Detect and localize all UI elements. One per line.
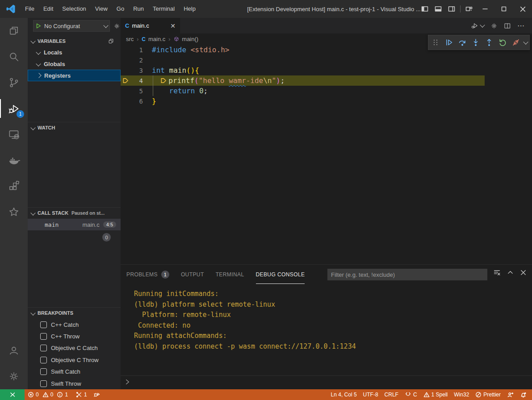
- tools-status[interactable]: 1: [73, 389, 90, 400]
- breakpoint-row[interactable]: Swift Catch: [28, 366, 121, 378]
- variables-item-locals[interactable]: Locals: [28, 46, 121, 58]
- eol-sequence[interactable]: CRLF: [381, 389, 402, 400]
- debug-configuration-dropdown[interactable]: No Configurat: [33, 20, 110, 32]
- current-frame-arrow-icon[interactable]: [121, 75, 130, 86]
- star-icon[interactable]: [0, 199, 28, 225]
- formatter-status[interactable]: Prettier: [472, 389, 504, 400]
- console-filter-input[interactable]: [327, 269, 487, 280]
- account-icon[interactable]: [0, 338, 28, 363]
- restart-button[interactable]: [497, 37, 508, 48]
- code-line-4[interactable]: 4 printf("hello wamr-ide\n");: [121, 75, 485, 86]
- feedback-status[interactable]: [504, 389, 517, 400]
- menu-run[interactable]: Run: [129, 0, 148, 18]
- breakpoint-checkbox[interactable]: [40, 357, 47, 363]
- panel-tab-terminal[interactable]: TERMINAL: [216, 265, 244, 284]
- breakpoint-checkbox[interactable]: [40, 345, 47, 351]
- watch-section-header[interactable]: WATCH: [28, 122, 121, 133]
- chevron-down-icon[interactable]: [523, 39, 528, 44]
- code-area[interactable]: 1#include <stdio.h>23int main(){4 printf…: [121, 45, 532, 264]
- breakpoint-row[interactable]: Objective C Catch: [28, 342, 121, 354]
- step-over-button[interactable]: [457, 37, 468, 48]
- code-line-3[interactable]: 3int main(){: [121, 65, 485, 75]
- encoding[interactable]: UTF-8: [360, 389, 381, 400]
- breakpoint-gutter[interactable]: [121, 45, 130, 55]
- notifications-bell[interactable]: [517, 389, 532, 400]
- close-button[interactable]: [513, 0, 532, 18]
- tab-main-c[interactable]: C main.c ✕: [121, 18, 180, 33]
- clear-console-icon[interactable]: [493, 269, 501, 276]
- remote-explorer-icon[interactable]: [0, 121, 28, 147]
- breakpoint-gutter[interactable]: [121, 55, 130, 65]
- extensions-icon[interactable]: [0, 173, 28, 199]
- toggle-secondary-sidebar-icon[interactable]: [445, 0, 458, 18]
- code-line-6[interactable]: 6}: [121, 96, 485, 106]
- panel-tab-output[interactable]: OUTPUT: [181, 265, 204, 284]
- call-stack-section-header[interactable]: CALL STACK Paused on st...: [28, 207, 121, 218]
- menu-file[interactable]: File: [21, 0, 39, 18]
- platform-status[interactable]: Win32: [451, 389, 472, 400]
- toggle-sidebar-icon[interactable]: [418, 0, 431, 18]
- step-out-button[interactable]: [484, 37, 494, 48]
- language-mode[interactable]: C: [402, 389, 420, 400]
- breakpoint-row[interactable]: C++ Catch: [28, 319, 121, 330]
- start-debug-icon[interactable]: [35, 23, 42, 29]
- call-stack-frame[interactable]: main main.c 4:5: [28, 219, 121, 230]
- spell-checker-status[interactable]: 1 Spell: [420, 389, 451, 400]
- breakpoint-row[interactable]: Objective C Throw: [28, 354, 121, 366]
- editor-settings-gear-icon[interactable]: [490, 22, 498, 29]
- code-line-5[interactable]: 5 return 0;: [121, 86, 485, 96]
- explorer-icon[interactable]: [0, 18, 28, 44]
- menu-edit[interactable]: Edit: [39, 0, 58, 18]
- toggle-panel-icon[interactable]: [431, 0, 445, 18]
- continue-button[interactable]: [444, 37, 454, 48]
- customize-layout-icon[interactable]: [462, 0, 476, 18]
- close-panel-icon[interactable]: [520, 269, 527, 276]
- breakpoint-checkbox[interactable]: [40, 380, 47, 387]
- toolbar-drag-grip[interactable]: [430, 37, 441, 48]
- code-line-2[interactable]: 2: [121, 55, 485, 65]
- panel-tab-problems[interactable]: PROBLEMS1: [126, 265, 169, 284]
- variables-item-globals[interactable]: Globals: [28, 58, 121, 70]
- split-editor-icon[interactable]: [504, 22, 511, 29]
- debug-console-output[interactable]: Running initCommands:(lldb) platform sel…: [121, 286, 532, 352]
- breakpoint-row[interactable]: C++ Throw: [28, 330, 121, 342]
- console-input-row[interactable]: [121, 375, 532, 388]
- copy-icon[interactable]: [108, 38, 114, 45]
- breadcrumb-file[interactable]: main.c: [148, 36, 165, 42]
- settings-gear-icon[interactable]: [0, 363, 28, 389]
- breakpoint-row[interactable]: Swift Throw: [28, 378, 121, 389]
- panel-tab-debug-console[interactable]: DEBUG CONSOLE: [256, 265, 305, 284]
- launch-gear-icon[interactable]: [113, 23, 120, 29]
- menu-selection[interactable]: Selection: [58, 0, 90, 18]
- breakpoint-checkbox[interactable]: [40, 333, 47, 340]
- debug-status[interactable]: [90, 389, 104, 400]
- run-or-debug-button[interactable]: [471, 22, 484, 29]
- cursor-position[interactable]: Ln 4, Col 5: [328, 389, 360, 400]
- docker-icon[interactable]: [0, 147, 28, 173]
- remote-indicator[interactable]: [0, 389, 25, 400]
- step-into-button[interactable]: [470, 37, 481, 48]
- variables-section-header[interactable]: VARIABLES: [28, 36, 121, 46]
- breakpoint-gutter[interactable]: [121, 86, 130, 96]
- menu-terminal[interactable]: Terminal: [148, 0, 179, 18]
- inline-breakpoint-icon[interactable]: [160, 77, 167, 84]
- disconnect-button[interactable]: [511, 37, 521, 48]
- breakpoint-checkbox[interactable]: [40, 321, 47, 328]
- breakpoint-gutter[interactable]: [121, 96, 130, 106]
- menu-view[interactable]: View: [91, 0, 112, 18]
- problems-status[interactable]: 0 0 1: [25, 389, 73, 400]
- breakpoint-gutter[interactable]: [121, 65, 130, 75]
- search-icon[interactable]: [0, 44, 28, 70]
- menu-go[interactable]: Go: [112, 0, 129, 18]
- menu-help[interactable]: Help: [179, 0, 200, 18]
- breadcrumb-symbol[interactable]: main(): [182, 36, 198, 42]
- more-actions-icon[interactable]: ⋯: [517, 21, 525, 30]
- breadcrumb-src[interactable]: src: [126, 36, 134, 42]
- variables-item-registers[interactable]: Registers: [28, 70, 121, 81]
- close-tab-icon[interactable]: ✕: [170, 22, 176, 29]
- breakpoint-checkbox[interactable]: [40, 368, 47, 375]
- breakpoints-section-header[interactable]: BREAKPOINTS: [28, 307, 121, 318]
- source-control-icon[interactable]: [0, 70, 28, 96]
- minimize-button[interactable]: [476, 0, 494, 18]
- run-and-debug-icon[interactable]: 1: [0, 96, 28, 121]
